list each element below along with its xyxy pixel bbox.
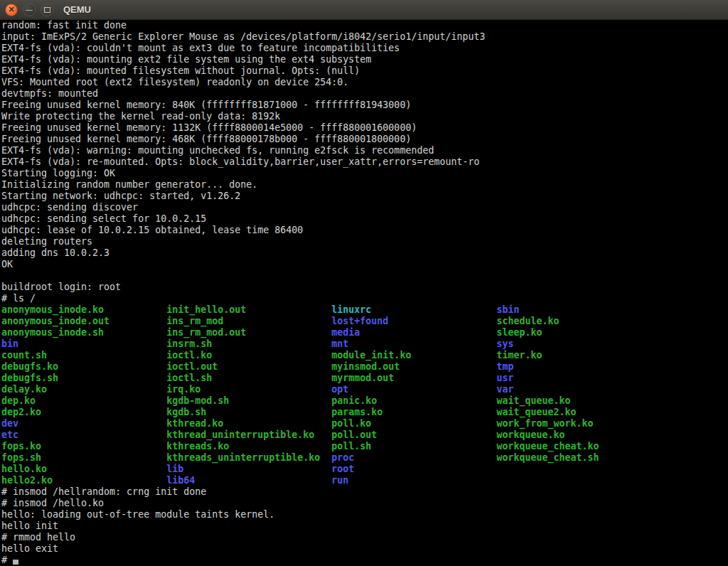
file-entry: myrmmod.out	[331, 373, 496, 384]
file-entry: delay.ko	[1, 384, 166, 395]
minimize-icon: —	[26, 6, 33, 14]
terminal-line: buildroot login: root	[1, 282, 728, 293]
ls-row: hello2.kolib64run	[1, 475, 728, 486]
file-entry: dep2.ko	[1, 407, 166, 418]
ls-row: debugfs.koioctl.outmyinsmod.outtmp	[1, 361, 728, 373]
file-entry: params.ko	[331, 407, 496, 418]
terminal-line: # rmmod hello	[1, 532, 728, 543]
file-entry: run	[331, 475, 496, 486]
file-entry: sleep.ko	[496, 327, 661, 338]
file-entry: kthreads_uninterruptible.ko	[166, 452, 331, 464]
file-entry: ins_rm_mod.out	[166, 327, 331, 338]
terminal-line: hello exit	[1, 543, 728, 555]
file-entry: mnt	[331, 338, 496, 350]
maximize-button[interactable]	[41, 4, 53, 16]
ls-row: fops.kokthreads.kopoll.shworkqueue_cheat…	[1, 441, 728, 452]
terminal-line: udhcpc: sending select for 10.0.2.15	[1, 213, 728, 225]
terminal-line: Starting logging: OK	[1, 168, 728, 179]
ls-row: devkthread.kopoll.kowork_from_work.ko	[1, 418, 728, 429]
terminal-line: Starting network: udhcpc: started, v1.26…	[1, 191, 728, 202]
file-entry: lib64	[166, 475, 331, 486]
file-entry: schedule.ko	[496, 316, 661, 327]
terminal-line: EXT4-fs (vda): mounting ext2 file system…	[1, 54, 728, 65]
file-entry: ioctl.ko	[166, 350, 331, 361]
file-entry: anonymous_inode.out	[1, 316, 166, 327]
file-entry: poll.ko	[331, 418, 496, 429]
file-entry: tmp	[496, 361, 661, 373]
terminal-line: adding dns 10.0.2.3	[1, 247, 728, 259]
terminal-line: # ls /	[1, 293, 728, 304]
ls-row: etckthread_uninterruptible.kopoll.outwor…	[1, 429, 728, 441]
file-entry: debugfs.sh	[1, 373, 166, 384]
terminal-line: hello: loading out-of-tree module taints…	[1, 509, 728, 520]
file-entry: hello.ko	[1, 464, 166, 475]
file-entry: ioctl.sh	[166, 373, 331, 384]
terminal-line: random: fast init done	[1, 20, 728, 31]
file-entry: kthread.ko	[166, 418, 331, 429]
terminal-line: EXT4-fs (vda): mounted filesystem withou…	[1, 65, 728, 77]
file-entry: kgdb.sh	[166, 407, 331, 418]
file-entry: sbin	[496, 304, 661, 316]
terminal-line: hello init	[1, 520, 728, 532]
terminal-line: EXT4-fs (vda): couldn't mount as ext3 du…	[1, 43, 728, 54]
terminal-line: EXT4-fs (vda): re-mounted. Opts: block_v…	[1, 156, 728, 168]
file-entry: dev	[1, 418, 166, 429]
minimize-button[interactable]: —	[23, 4, 36, 16]
terminal-cursor	[13, 560, 18, 565]
file-entry: kgdb-mod.sh	[166, 395, 331, 407]
terminal-line: OK	[1, 259, 728, 270]
file-entry: workqueue_cheat.ko	[496, 441, 661, 452]
file-entry: proc	[331, 452, 496, 464]
file-entry: lib	[166, 464, 331, 475]
file-entry: insrm.sh	[166, 338, 331, 350]
file-entry: module_init.ko	[331, 350, 496, 361]
ls-output: anonymous_inode.koinit_hello.outlinuxrcs…	[1, 304, 728, 486]
ls-row: dep2.kokgdb.shparams.kowait_queue2.ko	[1, 407, 728, 418]
shell-output: # insmod /hellrandom: crng init done# in…	[1, 486, 728, 555]
file-entry: count.sh	[1, 350, 166, 361]
terminal-line	[1, 270, 728, 282]
file-entry: fops.ko	[1, 441, 166, 452]
file-entry: kthread_uninterruptible.ko	[166, 429, 331, 441]
ls-row: hello.kolibroot	[1, 464, 728, 475]
file-entry: wait_queue2.ko	[496, 407, 661, 418]
file-entry: init_hello.out	[166, 304, 331, 316]
ls-row: anonymous_inode.outins_rm_modlost+founds…	[1, 316, 728, 327]
file-entry: anonymous_inode.sh	[1, 327, 166, 338]
terminal-line: Freeing unused kernel memory: 468K (ffff…	[1, 134, 728, 145]
terminal-line: # insmod /hellrandom: crng init done	[1, 486, 728, 498]
close-button[interactable]: ✕	[5, 4, 18, 16]
file-entry: media	[331, 327, 496, 338]
terminal-line: udhcpc: lease of 10.0.2.15 obtained, lea…	[1, 225, 728, 236]
file-entry: bin	[1, 338, 166, 350]
terminal-line: udhcpc: sending discover	[1, 202, 728, 213]
ls-row: bininsrm.shmntsys	[1, 338, 728, 350]
ls-row: dep.kokgdb-mod.shpanic.kowait_queue.ko	[1, 395, 728, 407]
terminal[interactable]: random: fast init doneinput: ImExPS/2 Ge…	[0, 20, 728, 566]
terminal-line: Write protecting the kernel read-only da…	[1, 111, 728, 122]
file-entry: myinsmod.out	[331, 361, 496, 373]
file-entry: lost+found	[331, 316, 496, 327]
prompt-line: #	[1, 555, 728, 566]
terminal-line: Freeing unused kernel memory: 840K (ffff…	[1, 100, 728, 111]
shell-prompt: #	[1, 555, 13, 565]
window-titlebar: ✕ — QEMU	[0, 0, 728, 20]
file-entry: opt	[331, 384, 496, 395]
terminal-line: EXT4-fs (vda): warning: mounting uncheck…	[1, 145, 728, 156]
file-entry: irq.ko	[166, 384, 331, 395]
ls-row: anonymous_inode.shins_rm_mod.outmediasle…	[1, 327, 728, 338]
file-entry: usr	[496, 373, 661, 384]
maximize-icon	[44, 7, 50, 13]
file-entry: sys	[496, 338, 661, 350]
boot-log: random: fast init doneinput: ImExPS/2 Ge…	[1, 20, 728, 304]
file-entry: ins_rm_mod	[166, 316, 331, 327]
terminal-line: input: ImExPS/2 Generic Explorer Mouse a…	[1, 31, 728, 43]
file-entry: hello2.ko	[1, 475, 166, 486]
window-title: QEMU	[63, 4, 91, 15]
terminal-line: Initializing random number generator... …	[1, 179, 728, 191]
file-entry: linuxrc	[331, 304, 496, 316]
ls-row: fops.shkthreads_uninterruptible.koprocwo…	[1, 452, 728, 464]
file-entry: dep.ko	[1, 395, 166, 407]
terminal-line: # insmod /hello.ko	[1, 498, 728, 509]
file-entry: workqueue.ko	[496, 429, 661, 441]
